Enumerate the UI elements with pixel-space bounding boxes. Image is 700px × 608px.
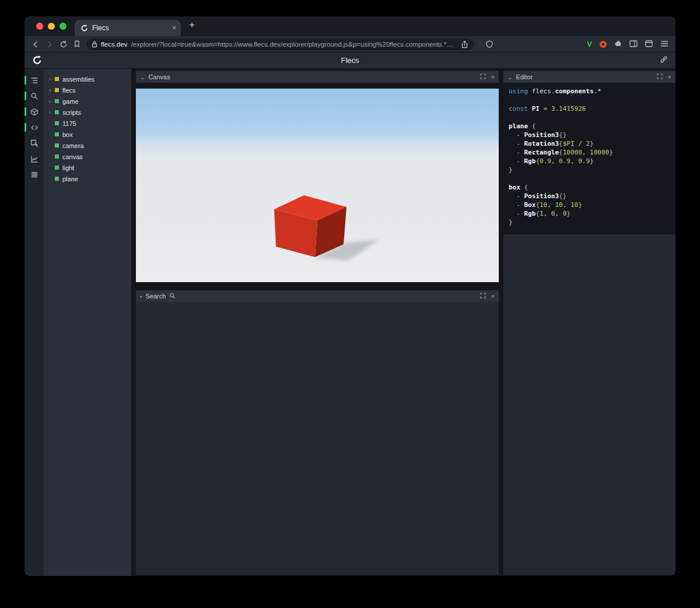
- sidebar-commands-icon[interactable]: [24, 167, 44, 182]
- tree-item-label: box: [62, 131, 73, 138]
- tree-item-light[interactable]: light: [44, 162, 131, 173]
- main-content: ›assemblies›flecs›game›scripts1175boxcam…: [24, 69, 676, 576]
- code-line: }: [509, 218, 670, 227]
- shield-icon[interactable]: [486, 40, 493, 48]
- page-title: Flecs: [24, 56, 676, 65]
- minimize-window-button[interactable]: [48, 23, 55, 30]
- code-line: using flecs.components.*: [509, 87, 670, 96]
- canvas-3d-viewport[interactable]: [136, 89, 499, 282]
- tree-item-box[interactable]: box: [44, 129, 131, 140]
- expand-chevron-icon[interactable]: ›: [49, 110, 55, 115]
- code-line: - Rgb{0.9, 0.9, 0.9}: [509, 157, 670, 166]
- browser-window-icon[interactable]: [645, 39, 653, 50]
- tree-item-plane[interactable]: plane: [44, 173, 131, 184]
- flecs-favicon: [80, 24, 88, 32]
- browser-toolbar: flecs.dev/explorer/?local=true&wasm=http…: [24, 36, 676, 52]
- new-tab-button[interactable]: +: [189, 19, 195, 31]
- fullscreen-icon[interactable]: [480, 293, 486, 300]
- share-icon[interactable]: [461, 40, 468, 48]
- sidebar-scene-3d-icon[interactable]: [24, 104, 44, 120]
- extension-dot-icon[interactable]: [600, 41, 607, 48]
- entity-color-swatch: [55, 143, 59, 147]
- entity-color-swatch: [55, 154, 59, 159]
- workspace: ⌄ Canvas ×: [131, 69, 676, 576]
- extensions-puzzle-icon[interactable]: [614, 39, 622, 50]
- code-line: - Position3{}: [509, 131, 670, 139]
- tree-item-label: canvas: [62, 153, 83, 160]
- sidebar-code-script-icon[interactable]: [24, 120, 44, 135]
- maximize-window-button[interactable]: [60, 23, 66, 30]
- code-line: [509, 174, 670, 183]
- expand-chevron-icon[interactable]: ›: [49, 76, 55, 82]
- code-line: const PI = 3.1415926: [509, 104, 670, 113]
- close-window-button[interactable]: [36, 23, 43, 30]
- code-line: plane {: [509, 122, 670, 131]
- code-line: [509, 113, 670, 122]
- collapse-chevron-icon[interactable]: ⌄: [140, 74, 145, 80]
- code-line: [509, 96, 670, 104]
- tree-item-label: light: [62, 164, 74, 171]
- code-line: box {: [509, 183, 670, 192]
- close-panel-icon[interactable]: ×: [668, 73, 671, 80]
- code-line: - Rotation3{$PI / 2}: [509, 139, 670, 148]
- site-header: Flecs: [24, 52, 676, 69]
- search-panel-body: [136, 302, 499, 575]
- extension-v-icon[interactable]: V: [587, 40, 592, 48]
- fullscreen-icon[interactable]: [480, 73, 486, 80]
- red-box-3d: [273, 194, 390, 264]
- search-panel-header[interactable]: ▪ Search ×: [136, 290, 499, 302]
- forward-button[interactable]: [46, 40, 54, 48]
- sidebar-inspector-icon[interactable]: [24, 135, 44, 151]
- tab-strip: Flecs × +: [24, 16, 676, 36]
- tree-item-scripts[interactable]: ›scripts: [44, 107, 131, 118]
- expand-chevron-icon[interactable]: ›: [49, 87, 55, 93]
- browser-tab-flecs[interactable]: Flecs ×: [75, 20, 181, 36]
- tab-close-icon[interactable]: ×: [172, 24, 176, 32]
- tree-item-label: scripts: [62, 109, 81, 116]
- tree-item-label: plane: [62, 175, 78, 182]
- search-icon: [169, 293, 176, 300]
- sidebar-entities-tree-icon[interactable]: [24, 72, 44, 88]
- menu-hamburger-icon[interactable]: [660, 39, 668, 50]
- canvas-panel-header[interactable]: ⌄ Canvas ×: [136, 71, 499, 83]
- window-controls: [24, 23, 75, 30]
- entity-color-swatch: [55, 77, 59, 81]
- close-panel-icon[interactable]: ×: [491, 293, 495, 300]
- entity-color-swatch: [55, 121, 59, 125]
- side-panel-icon[interactable]: [629, 39, 638, 50]
- tree-item-flecs[interactable]: ›flecs: [44, 85, 131, 96]
- collapse-marker-icon[interactable]: ▪: [140, 293, 142, 300]
- editor-panel-header[interactable]: ⌄ Editor ×: [503, 71, 676, 83]
- tree-item-1175[interactable]: 1175: [44, 118, 131, 129]
- reload-button[interactable]: [60, 40, 68, 48]
- sidebar-query-search-icon[interactable]: [24, 88, 44, 104]
- tree-item-label: camera: [62, 142, 84, 149]
- entity-color-swatch: [55, 88, 59, 92]
- bookmarks-panel-icon[interactable]: [74, 40, 80, 48]
- address-bar[interactable]: flecs.dev/explorer/?local=true&wasm=http…: [86, 38, 474, 50]
- extensions-area: V: [587, 39, 668, 50]
- entity-color-swatch: [55, 166, 59, 170]
- tree-item-label: assemblies: [62, 76, 94, 83]
- collapse-chevron-icon[interactable]: ⌄: [508, 74, 512, 80]
- tree-item-canvas[interactable]: canvas: [44, 151, 131, 162]
- code-line: - Rectangle{10000, 10000}: [509, 148, 670, 157]
- code-line: }: [509, 166, 670, 174]
- tool-sidebar: [24, 69, 44, 576]
- entity-color-swatch: [55, 99, 59, 103]
- lock-icon: [92, 41, 97, 48]
- expand-chevron-icon[interactable]: ›: [49, 99, 55, 104]
- url-path: /explorer/?local=true&wasm=https://www.f…: [131, 41, 457, 48]
- tree-item-assemblies[interactable]: ›assemblies: [44, 73, 131, 85]
- search-panel-title: Search: [146, 293, 166, 300]
- fullscreen-icon[interactable]: [657, 73, 663, 80]
- tree-item-label: game: [62, 98, 79, 105]
- tree-item-game[interactable]: ›game: [44, 96, 131, 107]
- tree-item-camera[interactable]: camera: [44, 140, 131, 151]
- close-panel-icon[interactable]: ×: [491, 73, 495, 80]
- back-button[interactable]: [32, 40, 40, 48]
- entity-color-swatch: [55, 177, 59, 181]
- editor-code[interactable]: using flecs.components.* const PI = 3.14…: [503, 83, 676, 234]
- sidebar-statistics-icon[interactable]: [24, 151, 44, 167]
- entity-tree: ›assemblies›flecs›game›scripts1175boxcam…: [44, 69, 131, 576]
